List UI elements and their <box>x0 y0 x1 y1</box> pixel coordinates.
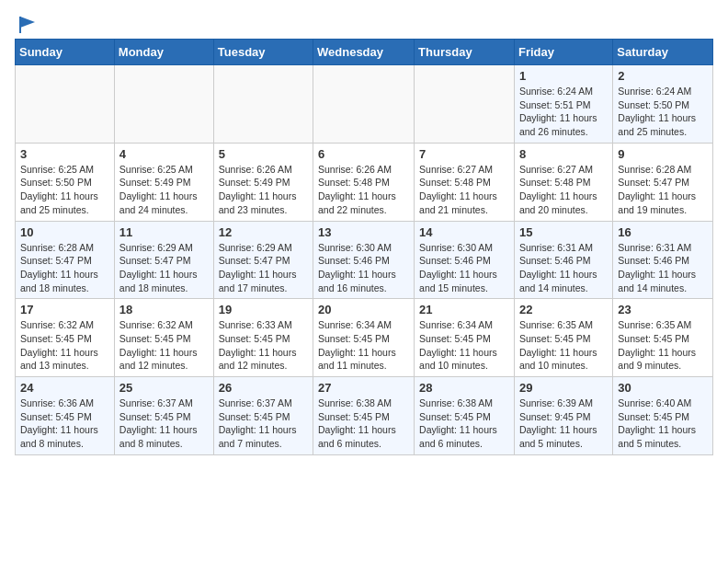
day-number: 4 <box>119 147 209 161</box>
day-number: 17 <box>20 303 109 316</box>
day-info: Sunrise: 6:29 AM Sunset: 5:47 PM Dayligh… <box>219 241 308 295</box>
calendar-cell: 5Sunrise: 6:26 AM Sunset: 5:49 PM Daylig… <box>213 143 313 221</box>
calendar-cell: 14Sunrise: 6:30 AM Sunset: 5:46 PM Dayli… <box>415 221 515 299</box>
calendar-cell: 12Sunrise: 6:29 AM Sunset: 5:47 PM Dayli… <box>213 221 313 299</box>
svg-rect-1 <box>19 17 21 33</box>
day-info: Sunrise: 6:30 AM Sunset: 5:46 PM Dayligh… <box>419 241 509 295</box>
day-number: 1 <box>519 69 608 83</box>
day-info: Sunrise: 6:34 AM Sunset: 5:45 PM Dayligh… <box>318 318 409 373</box>
calendar-cell: 30Sunrise: 6:40 AM Sunset: 5:45 PM Dayli… <box>613 377 713 455</box>
calendar-cell: 26Sunrise: 6:37 AM Sunset: 5:45 PM Dayli… <box>213 377 313 455</box>
calendar-cell: 1Sunrise: 6:24 AM Sunset: 5:51 PM Daylig… <box>514 65 612 144</box>
day-info: Sunrise: 6:32 AM Sunset: 5:45 PM Dayligh… <box>20 318 109 373</box>
day-info: Sunrise: 6:38 AM Sunset: 5:45 PM Dayligh… <box>419 396 509 451</box>
day-info: Sunrise: 6:32 AM Sunset: 5:45 PM Dayligh… <box>119 318 209 373</box>
calendar-cell: 17Sunrise: 6:32 AM Sunset: 5:45 PM Dayli… <box>16 299 115 377</box>
calendar-cell: 28Sunrise: 6:38 AM Sunset: 5:45 PM Dayli… <box>415 377 515 455</box>
weekday-header-saturday: Saturday <box>613 40 713 65</box>
calendar-cell <box>114 65 213 144</box>
logo <box>15 15 37 31</box>
day-info: Sunrise: 6:37 AM Sunset: 5:45 PM Dayligh… <box>119 396 209 451</box>
day-info: Sunrise: 6:38 AM Sunset: 5:45 PM Dayligh… <box>318 396 409 451</box>
day-info: Sunrise: 6:39 AM Sunset: 9:45 PM Dayligh… <box>519 396 608 451</box>
calendar-cell: 10Sunrise: 6:28 AM Sunset: 5:47 PM Dayli… <box>16 221 115 299</box>
svg-marker-0 <box>20 17 35 28</box>
day-info: Sunrise: 6:34 AM Sunset: 5:45 PM Dayligh… <box>419 318 509 373</box>
calendar-cell: 25Sunrise: 6:37 AM Sunset: 5:45 PM Dayli… <box>114 377 213 455</box>
day-number: 5 <box>219 147 308 161</box>
day-info: Sunrise: 6:24 AM Sunset: 5:51 PM Dayligh… <box>519 85 608 139</box>
calendar-cell: 18Sunrise: 6:32 AM Sunset: 5:45 PM Dayli… <box>114 299 213 377</box>
day-number: 11 <box>119 225 209 239</box>
day-info: Sunrise: 6:26 AM Sunset: 5:49 PM Dayligh… <box>219 163 308 217</box>
calendar-cell: 27Sunrise: 6:38 AM Sunset: 5:45 PM Dayli… <box>313 377 415 455</box>
day-info: Sunrise: 6:37 AM Sunset: 5:45 PM Dayligh… <box>219 396 308 451</box>
calendar-cell: 16Sunrise: 6:31 AM Sunset: 5:46 PM Dayli… <box>613 221 713 299</box>
day-info: Sunrise: 6:27 AM Sunset: 5:48 PM Dayligh… <box>419 163 509 217</box>
day-number: 3 <box>20 147 109 161</box>
day-info: Sunrise: 6:33 AM Sunset: 5:45 PM Dayligh… <box>219 318 308 373</box>
calendar-cell: 11Sunrise: 6:29 AM Sunset: 5:47 PM Dayli… <box>114 221 213 299</box>
day-number: 8 <box>519 147 608 161</box>
weekday-header-thursday: Thursday <box>415 40 515 65</box>
day-info: Sunrise: 6:25 AM Sunset: 5:50 PM Dayligh… <box>20 163 109 217</box>
day-number: 27 <box>318 381 409 395</box>
weekday-header-sunday: Sunday <box>16 40 115 65</box>
day-info: Sunrise: 6:30 AM Sunset: 5:46 PM Dayligh… <box>318 241 409 295</box>
day-number: 23 <box>618 303 708 316</box>
calendar-cell: 20Sunrise: 6:34 AM Sunset: 5:45 PM Dayli… <box>313 299 415 377</box>
day-info: Sunrise: 6:35 AM Sunset: 5:45 PM Dayligh… <box>618 318 708 373</box>
weekday-header-tuesday: Tuesday <box>213 40 313 65</box>
day-number: 6 <box>318 147 409 161</box>
page-header <box>15 15 713 31</box>
calendar-cell: 21Sunrise: 6:34 AM Sunset: 5:45 PM Dayli… <box>415 299 515 377</box>
calendar-cell <box>213 65 313 144</box>
calendar-cell: 19Sunrise: 6:33 AM Sunset: 5:45 PM Dayli… <box>213 299 313 377</box>
calendar-cell: 4Sunrise: 6:25 AM Sunset: 5:49 PM Daylig… <box>114 143 213 221</box>
calendar-cell: 6Sunrise: 6:26 AM Sunset: 5:48 PM Daylig… <box>313 143 415 221</box>
day-info: Sunrise: 6:28 AM Sunset: 5:47 PM Dayligh… <box>618 163 708 217</box>
day-number: 24 <box>20 381 109 395</box>
calendar-cell: 9Sunrise: 6:28 AM Sunset: 5:47 PM Daylig… <box>613 143 713 221</box>
calendar-cell: 29Sunrise: 6:39 AM Sunset: 9:45 PM Dayli… <box>514 377 612 455</box>
calendar-cell: 8Sunrise: 6:27 AM Sunset: 5:48 PM Daylig… <box>514 143 612 221</box>
logo-flag-icon <box>17 15 37 35</box>
day-number: 22 <box>519 303 608 316</box>
day-number: 18 <box>119 303 209 316</box>
calendar-cell <box>16 65 115 144</box>
day-number: 19 <box>219 303 308 316</box>
day-number: 15 <box>519 225 608 239</box>
day-number: 13 <box>318 225 409 239</box>
day-number: 29 <box>519 381 608 395</box>
calendar-cell: 22Sunrise: 6:35 AM Sunset: 5:45 PM Dayli… <box>514 299 612 377</box>
calendar-header: SundayMondayTuesdayWednesdayThursdayFrid… <box>16 40 713 65</box>
day-number: 28 <box>419 381 509 395</box>
calendar-cell: 15Sunrise: 6:31 AM Sunset: 5:46 PM Dayli… <box>514 221 612 299</box>
day-number: 21 <box>419 303 509 316</box>
day-info: Sunrise: 6:40 AM Sunset: 5:45 PM Dayligh… <box>618 396 708 451</box>
calendar-body: 1Sunrise: 6:24 AM Sunset: 5:51 PM Daylig… <box>16 65 713 455</box>
weekday-header-friday: Friday <box>514 40 612 65</box>
calendar-cell <box>415 65 515 144</box>
calendar-cell: 3Sunrise: 6:25 AM Sunset: 5:50 PM Daylig… <box>16 143 115 221</box>
day-number: 26 <box>219 381 308 395</box>
day-number: 14 <box>419 225 509 239</box>
day-number: 12 <box>219 225 308 239</box>
day-number: 25 <box>119 381 209 395</box>
day-number: 20 <box>318 303 409 316</box>
day-info: Sunrise: 6:35 AM Sunset: 5:45 PM Dayligh… <box>519 318 608 373</box>
calendar-cell <box>313 65 415 144</box>
day-number: 10 <box>20 225 109 239</box>
day-number: 9 <box>618 147 708 161</box>
calendar-cell: 24Sunrise: 6:36 AM Sunset: 5:45 PM Dayli… <box>16 377 115 455</box>
calendar-cell: 13Sunrise: 6:30 AM Sunset: 5:46 PM Dayli… <box>313 221 415 299</box>
day-info: Sunrise: 6:36 AM Sunset: 5:45 PM Dayligh… <box>20 396 109 451</box>
calendar-table: SundayMondayTuesdayWednesdayThursdayFrid… <box>15 39 713 455</box>
day-info: Sunrise: 6:25 AM Sunset: 5:49 PM Dayligh… <box>119 163 209 217</box>
day-info: Sunrise: 6:24 AM Sunset: 5:50 PM Dayligh… <box>618 85 708 139</box>
day-info: Sunrise: 6:27 AM Sunset: 5:48 PM Dayligh… <box>519 163 608 217</box>
day-info: Sunrise: 6:26 AM Sunset: 5:48 PM Dayligh… <box>318 163 409 217</box>
day-number: 7 <box>419 147 509 161</box>
day-number: 30 <box>618 381 708 395</box>
day-info: Sunrise: 6:29 AM Sunset: 5:47 PM Dayligh… <box>119 241 209 295</box>
